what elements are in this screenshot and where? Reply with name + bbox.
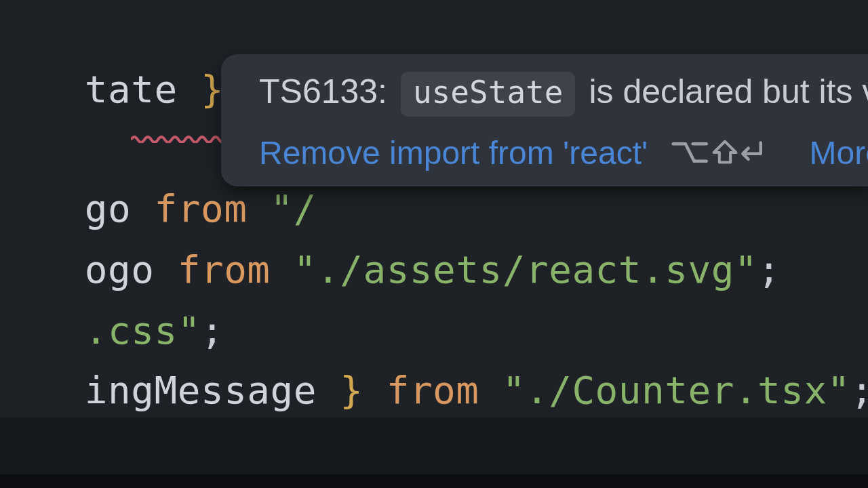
- diagnostic-popup: TS6133: useState is declared but its val…: [221, 54, 868, 186]
- quickfix-more-actions[interactable]: More actio: [810, 134, 869, 171]
- symbol-chip: useState: [401, 72, 576, 117]
- keyboard-shortcut-hint: [671, 139, 763, 166]
- error-code: TS6133:: [259, 73, 387, 110]
- text-cursor-icon: [220, 5, 235, 39]
- warning-underline: [0, 41, 439, 50]
- diagnostic-text: is declared but its value is n: [589, 73, 868, 110]
- code-token-ident: tate: [85, 67, 201, 111]
- editor-bottom-edge: [0, 474, 868, 488]
- quickfix-remove-import[interactable]: Remove import from 'react': [259, 134, 648, 171]
- option-shift-enter-icon: [671, 139, 763, 166]
- diagnostic-message: TS6133: useState is declared but its val…: [259, 70, 852, 117]
- quickfix-actions: Remove import from 'react' More actio: [259, 134, 852, 171]
- code-editor[interactable]: tate } from "react"; go from "/ ogo from…: [0, 0, 868, 488]
- editor-gutter-strip: [0, 418, 868, 474]
